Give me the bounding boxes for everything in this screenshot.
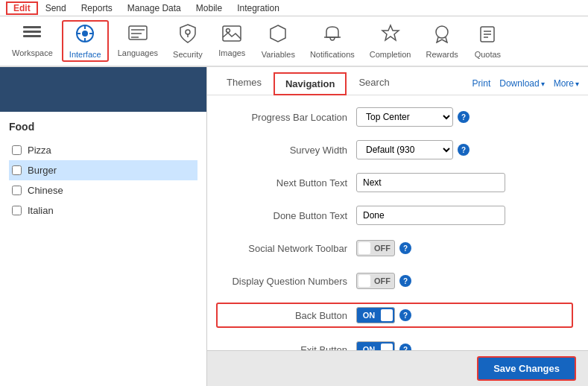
burger-checkbox[interactable] [12,165,22,175]
toolbar-quotas[interactable]: Quotas [467,20,508,62]
more-arrow-icon: ▾ [575,80,579,88]
toggle-knob-4 [381,344,393,350]
interface-icon [75,24,95,48]
tab-actions: Print Download▾ More▾ [472,78,579,89]
done-button-text-input[interactable] [356,206,505,225]
toolbar-completion-label: Completion [370,50,411,59]
images-icon [222,25,241,46]
footer-bar: Save Changes [207,350,588,386]
progress-bar-help-icon[interactable]: ? [458,111,470,123]
chinese-checkbox[interactable] [12,186,22,195]
social-network-toolbar-help-icon[interactable]: ? [399,242,411,254]
toolbar-images[interactable]: Images [212,20,253,62]
display-question-numbers-help-icon[interactable]: ? [399,275,411,287]
exit-button-toggle[interactable]: ON [356,341,395,350]
toggle-knob [358,242,370,254]
toolbar-security-label: Security [173,50,203,59]
toolbar-interface-label: Interface [69,50,101,59]
menu-item-manage-data[interactable]: Manage Data [120,1,189,15]
tab-search[interactable]: Search [348,72,399,94]
print-button[interactable]: Print [472,78,491,89]
menu-item-mobile[interactable]: Mobile [189,1,230,15]
list-item-burger[interactable]: Burger [9,160,197,180]
svg-point-16 [227,28,230,32]
toolbar-rewards[interactable]: Rewards [420,20,464,62]
toolbar-security[interactable]: Security [167,20,209,62]
menu-item-reports[interactable]: Reports [74,1,120,15]
list-item-pizza[interactable]: Pizza [9,140,197,160]
survey-width-select[interactable]: Default (930 800 1024 [356,140,453,159]
toolbar-notifications[interactable]: Notifications [304,20,361,62]
list-item-italian[interactable]: Italian [9,200,197,221]
survey-width-row: Survey Width Default (930 800 1024 ? [222,139,573,161]
left-panel: Food Pizza Burger Chinese Italian [0,67,207,386]
exit-button-toggle-label: ON [363,345,376,350]
burger-label: Burger [28,165,57,176]
display-question-numbers-controls: OFF ? [356,273,411,289]
done-button-text-row: Done Button Text [222,204,573,227]
next-button-text-row: Next Button Text [222,171,573,194]
menu-item-integration[interactable]: Integration [230,1,287,15]
toolbar: Workspace Interface Languages [0,16,588,67]
survey-width-help-icon[interactable]: ? [458,144,470,156]
progress-bar-location-controls: Top Center Top Left Bottom ? [356,107,470,127]
svg-point-13 [186,30,190,34]
chinese-label: Chinese [28,185,63,196]
tab-navigation[interactable]: Navigation [274,72,347,95]
social-network-toolbar-label: Social Network Toolbar [222,243,356,254]
menu-item-send[interactable]: Send [38,1,74,15]
more-button[interactable]: More▾ [554,78,579,89]
toolbar-quotas-label: Quotas [475,50,501,59]
next-button-text-input[interactable] [356,173,505,192]
svg-rect-1 [23,31,41,33]
security-icon [180,24,196,48]
notifications-icon [323,24,342,48]
menu-item-edit[interactable]: Edit [6,1,38,15]
list-item-chinese[interactable]: Chinese [9,180,197,200]
quotas-icon [478,24,497,48]
tab-themes[interactable]: Themes [216,72,272,94]
back-button-help-icon[interactable]: ? [399,309,411,321]
exit-button-controls: ON ? [356,341,411,350]
languages-icon [128,25,148,46]
svg-rect-15 [223,26,241,41]
rewards-icon [432,24,452,48]
back-button-row: Back Button ON ? [216,303,573,328]
svg-point-4 [82,31,88,37]
back-button-toggle[interactable]: ON [356,307,395,323]
display-question-numbers-label: Display Question Numbers [222,276,356,287]
svg-rect-0 [23,26,41,28]
toolbar-variables[interactable]: Variables [256,20,301,62]
left-panel-body: Food Pizza Burger Chinese Italian [0,112,206,230]
download-button[interactable]: Download▾ [499,78,544,89]
menu-bar: Edit Send Reports Manage Data Mobile Int… [0,0,588,16]
done-button-text-label: Done Button Text [222,210,356,221]
exit-button-help-icon[interactable]: ? [399,344,411,350]
toolbar-notifications-label: Notifications [310,50,355,59]
social-network-toolbar-controls: OFF ? [356,240,411,256]
social-network-toolbar-toggle[interactable]: OFF [356,240,395,256]
toolbar-languages[interactable]: Languages [112,20,164,62]
display-question-numbers-row: Display Question Numbers OFF ? [222,270,573,292]
main-content: Food Pizza Burger Chinese Italian Themes [0,67,588,386]
toolbar-interface[interactable]: Interface [62,20,109,62]
svg-point-20 [436,26,448,38]
italian-checkbox[interactable] [12,206,22,215]
food-category-title: Food [9,121,197,133]
tab-bar: Themes Navigation Search Print Download▾… [207,67,588,95]
left-panel-header [0,67,206,112]
display-question-numbers-toggle[interactable]: OFF [356,273,395,289]
svg-rect-2 [23,35,41,37]
toolbar-workspace[interactable]: Workspace [6,20,59,62]
toolbar-completion[interactable]: Completion [364,20,417,62]
save-changes-button[interactable]: Save Changes [477,356,576,381]
toolbar-languages-label: Languages [118,48,158,57]
pizza-checkbox[interactable] [12,145,22,155]
progress-bar-location-select[interactable]: Top Center Top Left Bottom [356,107,453,127]
progress-bar-location-row: Progress Bar Location Top Center Top Lef… [222,106,573,128]
pizza-label: Pizza [28,145,51,156]
done-button-text-controls [356,206,505,225]
form-area: Progress Bar Location Top Center Top Lef… [207,95,588,350]
survey-width-controls: Default (930 800 1024 ? [356,140,470,159]
exit-button-row: Exit Button ON ? [222,338,573,350]
